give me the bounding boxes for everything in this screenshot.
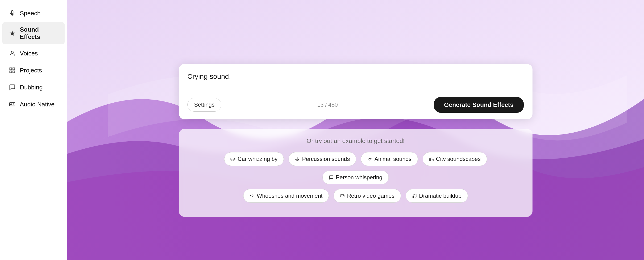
- sidebar-label-speech: Speech: [20, 10, 40, 17]
- svg-rect-0: [12, 10, 13, 14]
- sidebar-label-dubbing: Dubbing: [20, 84, 43, 91]
- svg-rect-20: [429, 159, 430, 161]
- chip-retro-games[interactable]: Retro video games: [334, 189, 401, 203]
- examples-title: Or try out an example to get started!: [190, 137, 521, 145]
- svg-point-26: [412, 196, 414, 197]
- chip-label-city-soundscapes: City soundscapes: [436, 156, 481, 162]
- car-whizzing-icon: [230, 157, 235, 161]
- svg-rect-21: [431, 158, 432, 161]
- generate-button[interactable]: Generate Sound Effects: [434, 97, 524, 113]
- chip-animal-sounds[interactable]: Animal sounds: [361, 152, 418, 166]
- retro-games-icon: [340, 193, 345, 198]
- chip-label-retro-games: Retro video games: [347, 192, 394, 199]
- sidebar-item-voices[interactable]: Voices: [2, 45, 64, 61]
- chip-label-whooshes: Whooshes and movement: [257, 192, 322, 199]
- svg-rect-6: [10, 71, 12, 73]
- main-content: g it to life, or explore a selection of …: [67, 0, 644, 260]
- chip-whooshes[interactable]: Whooshes and movement: [243, 189, 329, 203]
- sidebar-item-dubbing[interactable]: Dubbing: [2, 79, 64, 95]
- svg-point-9: [10, 104, 12, 105]
- svg-point-25: [343, 196, 343, 196]
- whooshes-icon: [250, 193, 254, 198]
- content-overlay: Settings 13 / 450 Generate Sound Effects…: [67, 21, 644, 260]
- sidebar-item-audio-native[interactable]: Audio Native: [2, 96, 64, 112]
- examples-row-2: Whooshes and movement Retro video games …: [190, 189, 521, 203]
- svg-rect-22: [432, 159, 433, 161]
- examples-row-1: Car whizzing by Percussion sounds Animal…: [190, 152, 521, 184]
- speech-icon: [8, 9, 16, 18]
- chip-percussion[interactable]: Percussion sounds: [288, 152, 356, 166]
- settings-button[interactable]: Settings: [188, 98, 222, 112]
- dramatic-buildup-icon: [412, 193, 417, 198]
- city-soundscapes-icon: [429, 157, 434, 161]
- svg-point-15: [296, 159, 299, 160]
- char-count: 13 / 450: [317, 101, 338, 108]
- svg-rect-5: [13, 68, 14, 70]
- dubbing-icon: [8, 83, 16, 92]
- projects-icon: [8, 66, 16, 75]
- chip-label-person-whispering: Person whispering: [336, 174, 382, 181]
- svg-point-17: [297, 158, 298, 158]
- sound-effects-icon: [8, 29, 16, 38]
- person-whispering-icon: [329, 175, 334, 180]
- sidebar-label-sound-effects: Sound Effects: [20, 26, 59, 41]
- svg-point-18: [368, 158, 369, 159]
- sidebar-item-sound-effects[interactable]: Sound Effects: [2, 22, 64, 44]
- svg-point-14: [233, 159, 234, 160]
- sidebar-label-projects: Projects: [20, 67, 42, 74]
- sidebar: Speech Sound Effects Voices Projects Dub…: [0, 0, 67, 260]
- prompt-input-card: Settings 13 / 450 Generate Sound Effects: [179, 64, 532, 119]
- sidebar-label-audio-native: Audio Native: [20, 101, 54, 108]
- chip-label-dramatic-buildup: Dramatic buildup: [419, 192, 462, 199]
- svg-rect-4: [10, 68, 12, 70]
- percussion-icon: [295, 157, 300, 161]
- animal-sounds-icon: [367, 157, 372, 161]
- chip-label-percussion: Percussion sounds: [302, 156, 350, 162]
- examples-card: Or try out an example to get started! Ca…: [179, 129, 532, 217]
- audio-native-icon: [8, 100, 16, 109]
- chip-label-animal-sounds: Animal sounds: [374, 156, 411, 162]
- chip-label-car-whizzing: Car whizzing by: [238, 156, 278, 162]
- chip-city-soundscapes[interactable]: City soundscapes: [423, 152, 487, 166]
- prompt-textarea[interactable]: [188, 72, 524, 91]
- sidebar-label-voices: Voices: [20, 50, 38, 57]
- chip-car-whizzing[interactable]: Car whizzing by: [224, 152, 284, 166]
- chip-person-whispering[interactable]: Person whispering: [322, 171, 389, 184]
- svg-rect-7: [13, 71, 14, 73]
- svg-point-13: [232, 159, 232, 160]
- sidebar-item-speech[interactable]: Speech: [2, 5, 64, 21]
- sidebar-item-projects[interactable]: Projects: [2, 62, 64, 78]
- svg-point-27: [415, 196, 416, 197]
- voices-icon: [8, 49, 16, 58]
- svg-rect-8: [10, 103, 15, 106]
- chip-dramatic-buildup[interactable]: Dramatic buildup: [406, 189, 468, 203]
- svg-point-3: [11, 51, 13, 53]
